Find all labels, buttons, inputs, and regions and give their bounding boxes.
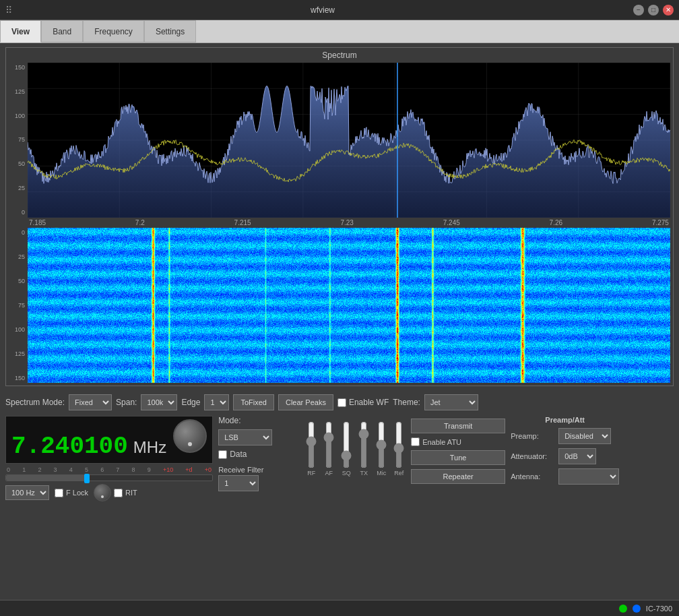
spectrum-mode-label: Spectrum Mode: — [5, 398, 65, 407]
repeater-button[interactable]: Repeater — [411, 469, 505, 484]
enable-wf-label: Enable WF — [349, 398, 389, 407]
waterfall-chart-area — [28, 228, 670, 383]
rit-slider-thumb[interactable] — [84, 474, 90, 483]
tx-label: TX — [360, 470, 368, 476]
mode-select[interactable]: LSB USB AM FM CW RTTY — [218, 429, 272, 445]
frequency-unit: MHz — [133, 438, 166, 457]
tx-slider[interactable] — [357, 421, 370, 468]
att-row: Attenuator: 0dB 6dB 12dB 18dB — [511, 448, 619, 464]
waterfall-canvas — [28, 228, 670, 383]
bottom-controls: 7.240100 MHz 01 23 45 67 89 +10 +d — [0, 413, 679, 504]
status-text: IC-7300 — [646, 605, 672, 613]
tuning-knob[interactable] — [173, 419, 207, 453]
tab-view[interactable]: View — [0, 20, 41, 42]
tab-frequency[interactable]: Frequency — [83, 20, 144, 42]
mic-slider[interactable] — [375, 421, 388, 468]
tab-settings[interactable]: Settings — [144, 20, 196, 42]
step-select[interactable]: 1 Hz 10 Hz 100 Hz 1 kHz 5 kHz 10 kHz — [5, 485, 49, 500]
spectrum-chart-area: 7.185 7.2 7.215 7.23 7.245 7.26 7.275 — [28, 63, 670, 226]
antenna-label: Antenna: — [511, 472, 554, 481]
sq-slider-wrap: SQ — [340, 421, 353, 476]
preamp-title: Preamp/Att — [511, 416, 619, 424]
spectrum-title: Spectrum — [9, 51, 670, 60]
right-controls: Transmit Enable ATU Tune Repeater — [411, 419, 505, 484]
spectrum-panel: Spectrum 150 125 100 75 50 25 0 7.185 7.… — [5, 47, 674, 386]
preamp-row: Preamp: Disabled Preamp 1 Preamp 2 — [511, 428, 619, 444]
status-dot-green — [619, 605, 627, 613]
spectrum-wrapper: 150 125 100 75 50 25 0 7.185 7.2 7.215 7… — [9, 63, 670, 226]
title-bar: ⠿ wfview − □ ✕ — [0, 0, 679, 20]
minimize-button[interactable]: − — [633, 5, 644, 16]
frequency-display: 7.240100 — [11, 433, 128, 460]
close-button[interactable]: ✕ — [663, 5, 674, 16]
sq-slider[interactable] — [340, 421, 353, 468]
tab-band[interactable]: Band — [41, 20, 83, 42]
rit-row: RIT — [114, 489, 137, 497]
status-dot-blue — [633, 605, 641, 613]
preamp-section: Preamp/Att Preamp: Disabled Preamp 1 Pre… — [511, 416, 619, 485]
edge-label: Edge — [181, 398, 200, 407]
rit-knob[interactable] — [94, 484, 111, 501]
controls-row: Spectrum Mode: Fixed Scroll Center Span:… — [0, 392, 679, 413]
transmit-button[interactable]: Transmit — [411, 419, 505, 433]
rf-label: RF — [307, 470, 315, 476]
mic-label: Mic — [377, 470, 386, 476]
theme-label: Theme: — [393, 398, 420, 407]
waterfall-y-axis: 0 25 50 75 100 125 150 — [9, 228, 28, 383]
sq-label: SQ — [342, 470, 351, 476]
antenna-select[interactable] — [558, 468, 619, 485]
ref-slider[interactable] — [392, 421, 406, 468]
to-fixed-button[interactable]: ToFixed — [233, 394, 274, 410]
window-controls: − □ ✕ — [633, 5, 674, 16]
receive-filter-select[interactable]: 1 2 3 — [218, 475, 259, 491]
ref-label: Ref — [394, 470, 403, 476]
data-mode-checkbox[interactable] — [218, 450, 227, 459]
spectrum-canvas — [28, 63, 670, 218]
tune-button[interactable]: Tune — [411, 450, 505, 465]
theme-select[interactable]: Jet Grayscale Rainbow — [424, 394, 478, 410]
enable-atu-checkbox[interactable] — [411, 437, 420, 446]
af-slider[interactable] — [322, 421, 335, 468]
mode-section: Mode: LSB USB AM FM CW RTTY Data Receive… — [218, 416, 299, 491]
att-select[interactable]: 0dB 6dB 12dB 18dB — [558, 448, 596, 464]
ref-slider-wrap: Ref — [392, 421, 406, 476]
clear-peaks-button[interactable]: Clear Peaks — [278, 394, 333, 410]
spectrum-y-axis: 150 125 100 75 50 25 0 — [9, 63, 28, 226]
enable-wf-row: Enable WF — [337, 398, 389, 407]
rit-checkbox[interactable] — [114, 489, 123, 497]
waterfall-wrapper: 0 25 50 75 100 125 150 — [9, 228, 670, 383]
data-mode-label: Data — [230, 450, 247, 459]
maximize-button[interactable]: □ — [648, 5, 659, 16]
af-slider-wrap: AF — [322, 421, 335, 476]
rit-label: RIT — [125, 489, 137, 497]
mic-slider-wrap: Mic — [375, 421, 388, 476]
enable-atu-row: Enable ATU — [411, 437, 505, 446]
preamp-label: Preamp: — [511, 432, 554, 440]
antenna-row: Antenna: — [511, 468, 619, 485]
edge-select[interactable]: 1 2 3 — [204, 394, 229, 410]
slider-group: RF AF SQ TX Mic Ref — [304, 423, 406, 476]
span-select[interactable]: 10k 25k 50k 100k 250k 500k — [141, 394, 177, 410]
mode-label: Mode: — [218, 416, 299, 425]
tab-bar: View Band Frequency Settings — [0, 20, 679, 43]
flock-row: F Lock — [55, 489, 88, 497]
preamp-select[interactable]: Disabled Preamp 1 Preamp 2 — [558, 428, 611, 444]
att-label: Attenuator: — [511, 452, 554, 460]
drag-icon: ⠿ — [5, 5, 12, 16]
rf-slider[interactable] — [304, 421, 318, 468]
data-mode-row: Data — [218, 450, 299, 459]
rf-slider-wrap: RF — [304, 421, 318, 476]
status-bar: IC-7300 — [0, 600, 679, 616]
enable-atu-label: Enable ATU — [422, 438, 461, 446]
af-label: AF — [325, 470, 333, 476]
flock-label: F Lock — [66, 489, 88, 497]
enable-wf-checkbox[interactable] — [337, 398, 346, 407]
span-label: Span: — [116, 398, 137, 407]
spectrum-freq-labels: 7.185 7.2 7.215 7.23 7.245 7.26 7.275 — [28, 219, 670, 226]
app-title: wfview — [12, 5, 633, 15]
spectrum-mode-select[interactable]: Fixed Scroll Center — [69, 394, 112, 410]
flock-checkbox[interactable] — [55, 489, 63, 497]
receive-filter-label: Receive Filter — [218, 466, 299, 474]
tx-slider-wrap: TX — [357, 421, 370, 476]
